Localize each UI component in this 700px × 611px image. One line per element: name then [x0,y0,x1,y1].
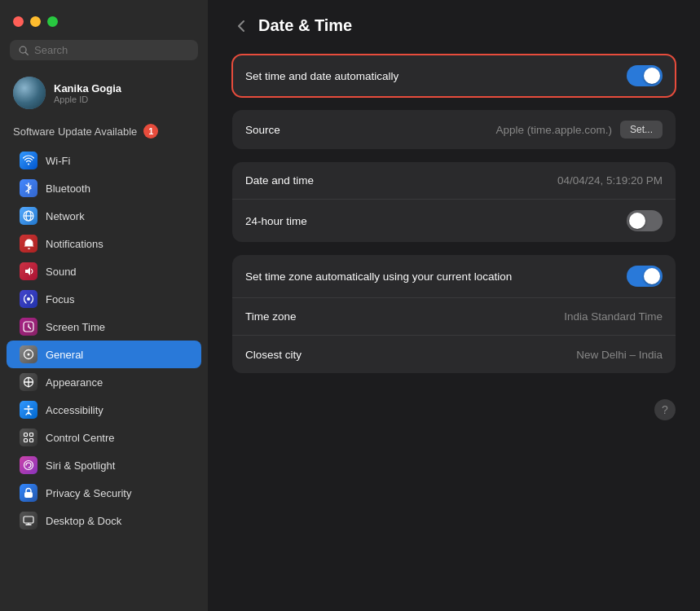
svg-rect-14 [24,433,28,437]
user-name: Kanika Gogia [54,82,121,95]
general-icon [20,345,37,363]
sidebar-item-wifi[interactable]: Wi-Fi [7,147,201,174]
hour24-toggle[interactable] [627,210,663,231]
auto-time-section: Set time and date automatically [232,55,676,97]
minimize-button[interactable] [30,16,41,27]
timezone-section: Set time zone automatically using your c… [232,255,676,373]
window-controls [0,10,208,37]
maximize-button[interactable] [47,16,58,27]
svg-line-1 [25,52,28,55]
search-bar[interactable] [10,40,198,60]
timezone-value: India Standard Time [564,310,663,323]
sidebar-item-label-screentime: Screen Time [46,321,105,333]
sidebar-item-screentime[interactable]: Screen Time [7,313,201,341]
sidebar-item-sound[interactable]: Sound [7,257,201,285]
sidebar-item-label-privacy: Privacy & Security [46,487,131,499]
date-time-label: Date and time [245,174,314,187]
network-icon [20,207,37,225]
closest-city-value: New Delhi – India [576,349,663,361]
sidebar-item-label-controlcentre: Control Centre [46,432,115,444]
sidebar-item-label-siri: Siri & Spotlight [46,459,115,472]
privacy-icon [20,484,37,502]
wifi-icon [20,152,37,169]
software-update[interactable]: Software Update Available 1 [0,119,208,147]
timezone-label: Time zone [245,310,297,323]
sidebar-item-general[interactable]: General [7,341,201,368]
main-content: Date & Time Set time and date automatica… [208,0,700,611]
sidebar-item-desktop[interactable]: Desktop & Dock [7,507,201,534]
hour24-row: 24-hour time [232,200,676,242]
svg-point-18 [24,461,33,470]
back-button[interactable] [232,18,250,34]
bottom-help: ? [232,386,676,424]
date-time-value: 04/04/24, 5:19:20 PM [557,174,663,187]
svg-point-11 [28,354,30,356]
sidebar: Kanika Gogia Apple ID Software Update Av… [0,0,208,611]
search-input[interactable] [34,44,190,56]
source-row-right: Apple (time.apple.com.) Set... [495,121,663,138]
sidebar-item-bluetooth[interactable]: Bluetooth [7,174,201,202]
sidebar-item-label-bluetooth: Bluetooth [46,182,90,195]
desktop-icon [20,512,37,530]
auto-time-toggle[interactable] [627,65,663,86]
screentime-icon [20,318,37,336]
hour24-label: 24-hour time [245,215,307,227]
sound-icon [20,262,37,280]
set-button[interactable]: Set... [620,121,663,138]
auto-time-label: Set time and date automatically [245,70,398,82]
closest-city-label: Closest city [245,349,302,361]
sidebar-item-label-network: Network [46,210,85,222]
close-button[interactable] [13,16,24,27]
user-subtitle: Apple ID [54,95,121,104]
focus-icon [20,290,37,308]
sidebar-item-focus[interactable]: Focus [7,285,201,313]
sidebar-item-notifications[interactable]: Notifications [7,230,201,257]
notifications-icon [20,235,37,253]
svg-rect-20 [24,516,33,523]
sidebar-scroll: Wi-Fi Bluetooth Network [0,147,208,611]
svg-point-6 [27,297,30,301]
user-profile[interactable]: Kanika Gogia Apple ID [0,70,208,119]
sidebar-item-accessibility[interactable]: Accessibility [7,396,201,424]
appearance-icon [20,373,37,391]
accessibility-icon [20,401,37,419]
source-row: Source Apple (time.apple.com.) Set... [232,110,676,149]
page-header: Date & Time [232,16,676,35]
help-button[interactable]: ? [654,399,676,420]
sidebar-item-appearance[interactable]: Appearance [7,368,201,396]
source-section: Source Apple (time.apple.com.) Set... [232,110,676,149]
svg-rect-15 [30,433,33,437]
auto-timezone-row: Set time zone automatically using your c… [232,255,676,298]
sidebar-item-label-sound: Sound [46,266,77,278]
bluetooth-icon [20,179,37,197]
search-icon [18,45,29,56]
sidebar-item-label-accessibility: Accessibility [46,404,103,416]
controlcentre-icon [20,429,37,446]
closest-city-row: Closest city New Delhi – India [232,336,676,373]
sidebar-item-privacy[interactable]: Privacy & Security [7,479,201,507]
sidebar-item-controlcentre[interactable]: Control Centre [7,424,201,451]
auto-timezone-toggle[interactable] [627,266,663,287]
sidebar-item-label-appearance: Appearance [46,376,103,389]
source-label: Source [245,124,280,136]
svg-point-13 [28,406,30,408]
auto-timezone-label: Set time zone automatically using your c… [245,270,512,283]
user-info: Kanika Gogia Apple ID [54,82,121,104]
source-value: Apple (time.apple.com.) [495,124,612,136]
date-time-row: Date and time 04/04/24, 5:19:20 PM [232,162,676,200]
avatar [13,77,46,109]
timezone-row: Time zone India Standard Time [232,298,676,336]
svg-rect-17 [30,439,33,442]
siri-icon [20,456,37,474]
sidebar-item-siri[interactable]: Siri & Spotlight [7,451,201,479]
datetime-section: Date and time 04/04/24, 5:19:20 PM 24-ho… [232,162,676,242]
sidebar-item-network[interactable]: Network [7,202,201,230]
svg-rect-19 [24,492,33,498]
svg-marker-5 [25,267,30,275]
update-badge: 1 [143,124,158,138]
sidebar-item-label-general: General [46,349,83,361]
auto-time-row: Set time and date automatically [232,55,676,97]
page-title: Date & Time [258,16,352,35]
svg-line-9 [29,327,31,329]
sidebar-item-label-desktop: Desktop & Dock [46,515,121,527]
